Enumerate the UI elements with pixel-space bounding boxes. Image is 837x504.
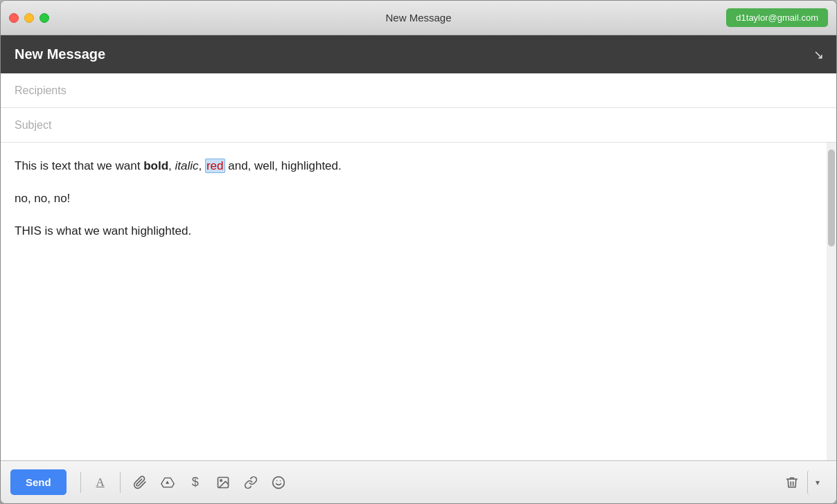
compose-window: New Message d1taylor@gmail.com New Messa…: [0, 0, 837, 504]
body-line2: no, no, no!: [15, 189, 813, 208]
recipients-row: [1, 73, 836, 108]
font-icon: A: [96, 476, 105, 489]
account-button[interactable]: d1taylor@gmail.com: [726, 8, 828, 27]
drive-button[interactable]: [155, 470, 180, 495]
compose-title: New Message: [15, 46, 105, 62]
trash-icon: [785, 476, 799, 489]
scrollbar[interactable]: [827, 143, 836, 460]
drive-icon: [161, 476, 175, 489]
minimize-button[interactable]: [24, 13, 34, 23]
font-format-button[interactable]: A: [88, 470, 113, 495]
dollar-icon: $: [192, 475, 199, 489]
close-button[interactable]: [9, 13, 19, 23]
svg-point-2: [272, 476, 284, 488]
subject-row: [1, 108, 836, 143]
photo-button[interactable]: [211, 470, 236, 495]
compose-minimize-icon[interactable]: ↘: [813, 47, 824, 62]
money-button[interactable]: $: [183, 470, 208, 495]
recipients-input[interactable]: [15, 84, 822, 97]
svg-point-1: [220, 479, 222, 481]
body-area: This is text that we want bold, italic, …: [1, 143, 836, 460]
more-options-button[interactable]: ▾: [807, 470, 827, 495]
maximize-button[interactable]: [39, 13, 49, 23]
send-button[interactable]: Send: [10, 469, 67, 495]
body-line1-red: red: [205, 159, 225, 173]
body-line1-italic: italic: [175, 159, 198, 172]
body-line1-sep2: ,: [199, 159, 205, 172]
toolbar: Send A $: [1, 460, 836, 503]
link-button[interactable]: [238, 470, 263, 495]
compose-header: New Message ↘: [1, 35, 836, 73]
body-line1: This is text that we want bold, italic, …: [15, 156, 813, 175]
chevron-down-icon: ▾: [816, 478, 820, 487]
delete-button[interactable]: [779, 470, 804, 495]
toolbar-divider-1: [80, 472, 81, 493]
subject-input[interactable]: [15, 119, 822, 132]
emoji-icon: [272, 476, 285, 489]
body-line3: THIS is what we want highlighted.: [15, 222, 813, 240]
emoji-button[interactable]: [266, 470, 291, 495]
link-icon: [244, 476, 258, 489]
toolbar-divider-2: [120, 472, 121, 493]
attach-button[interactable]: [127, 470, 152, 495]
title-bar: New Message d1taylor@gmail.com: [1, 1, 836, 35]
photo-icon: [216, 476, 230, 489]
fields-area: [1, 73, 836, 143]
scrollbar-thumb[interactable]: [828, 150, 835, 246]
window-title: New Message: [385, 12, 451, 24]
body-line1-bold: bold: [143, 159, 168, 172]
body-editor[interactable]: This is text that we want bold, italic, …: [1, 143, 827, 460]
body-line1-prefix: This is text that we want: [15, 159, 143, 172]
window-controls: [9, 13, 49, 23]
body-line1-suffix: and, well, highlighted.: [225, 159, 342, 172]
paperclip-icon: [133, 476, 147, 489]
